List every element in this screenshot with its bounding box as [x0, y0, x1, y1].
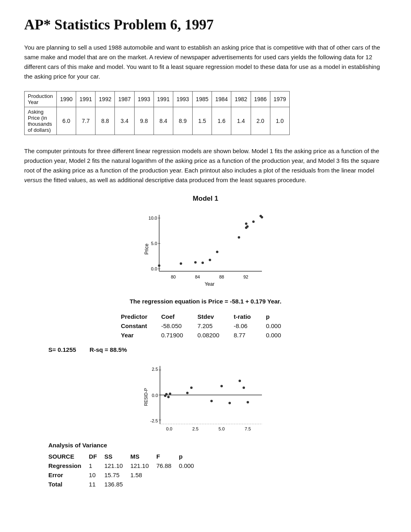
anova-error-f: [156, 470, 179, 480]
svg-text:Price: Price: [144, 243, 149, 255]
anova-source-header: SOURCE: [48, 452, 89, 461]
constant-coef: -58.050: [161, 321, 197, 330]
model1-title: Model 1: [24, 195, 387, 203]
residual-chart: RESID-P 2.5 0.0 -2.5 0.0 2.5 5.0 7.5: [24, 359, 387, 435]
year-p: 0.000: [266, 330, 290, 340]
anova-error-source: Error: [48, 470, 89, 480]
svg-point-20: [245, 222, 247, 225]
constant-stdev: 7.205: [197, 321, 234, 330]
anova-regression-ms: 121.10: [130, 461, 156, 470]
year-tratio: 8.77: [234, 330, 266, 340]
svg-point-43: [190, 387, 193, 389]
predictor-constant-label: Constant: [121, 321, 161, 330]
svg-text:10.0: 10.0: [149, 216, 157, 220]
anova-error-p: [179, 470, 201, 480]
svg-point-40: [167, 396, 170, 398]
regression-equation: The regression equation is Price = -58.1…: [24, 298, 387, 305]
s-label: S= 0.1255: [48, 346, 76, 353]
svg-point-21: [252, 220, 255, 223]
anova-total-source: Total: [48, 480, 89, 489]
anova-regression-df: 1: [89, 461, 104, 470]
svg-point-46: [228, 402, 231, 404]
predictor-header-row: Predictor Coef Stdev t-ratio p: [121, 312, 290, 321]
model1-chart: Price 10.0 5.0 0.0 80 84 88 92 Year: [24, 207, 387, 291]
intro-paragraph: You are planning to sell a used 1988 aut…: [24, 43, 387, 81]
svg-point-14: [201, 262, 204, 264]
anova-regression-ss: 121.10: [104, 461, 130, 470]
svg-point-42: [186, 392, 189, 394]
svg-point-44: [210, 400, 213, 402]
predictor-table: Predictor Coef Stdev t-ratio p Constant …: [121, 312, 290, 340]
svg-text:-2.5: -2.5: [150, 418, 158, 423]
svg-point-41: [169, 393, 171, 395]
anova-total-f: [156, 480, 179, 489]
svg-point-23: [261, 216, 263, 218]
predictor-year-row: Year 0.71900 0.08200 8.77 0.000: [121, 330, 290, 340]
anova-total-ss: 136.85: [104, 480, 130, 489]
anova-error-df: 10: [89, 470, 104, 480]
svg-point-47: [239, 380, 241, 382]
constant-tratio: -8.06: [234, 321, 266, 330]
svg-point-11: [158, 264, 160, 267]
col-coef-header: Coef: [161, 312, 197, 321]
svg-text:5.0: 5.0: [218, 426, 224, 431]
anova-df-header: DF: [89, 452, 104, 461]
residual-svg: RESID-P 2.5 0.0 -2.5 0.0 2.5 5.0 7.5: [141, 359, 270, 435]
svg-point-16: [216, 251, 218, 253]
table-row-years: ProductionYear 1990 1991 1992 1987 1993 …: [25, 91, 290, 107]
anova-table: SOURCE DF SS MS F p Regression 1 121.10 …: [48, 452, 201, 489]
col-tratio-header: t-ratio: [234, 312, 266, 321]
svg-text:0.0: 0.0: [151, 266, 157, 271]
svg-text:0.0: 0.0: [152, 393, 158, 398]
svg-point-12: [180, 262, 182, 265]
svg-point-39: [165, 393, 168, 395]
svg-text:RESID-P: RESID-P: [143, 388, 148, 406]
anova-header-row: SOURCE DF SS MS F p: [48, 452, 201, 461]
svg-text:84: 84: [195, 274, 200, 279]
middle-paragraph: The computer printouts for three differe…: [24, 146, 387, 185]
anova-regression-p: 0.000: [179, 461, 201, 470]
model1-section: Model 1 Price 10.0 5.0 0.0 80 84 88 92 Y…: [24, 195, 387, 489]
constant-p: 0.000: [266, 321, 290, 330]
svg-point-15: [209, 259, 211, 261]
svg-point-19: [246, 225, 249, 228]
svg-text:7.5: 7.5: [245, 426, 251, 431]
anova-title: Analysis of Variance: [48, 442, 387, 449]
svg-text:80: 80: [171, 274, 176, 279]
svg-text:0.0: 0.0: [166, 426, 172, 431]
anova-error-row: Error 10 15.75 1.58: [48, 470, 201, 480]
anova-total-p: [179, 480, 201, 489]
predictor-constant-row: Constant -58.050 7.205 -8.06 0.000: [121, 321, 290, 330]
production-year-header: ProductionYear: [25, 91, 57, 107]
anova-total-df: 11: [89, 480, 104, 489]
svg-text:2.5: 2.5: [152, 367, 158, 372]
svg-text:2.5: 2.5: [192, 426, 198, 431]
model1-svg: Price 10.0 5.0 0.0 80 84 88 92 Year: [141, 207, 270, 291]
anova-regression-row: Regression 1 121.10 121.10 76.88 0.000: [48, 461, 201, 470]
anova-total-ms: [130, 480, 156, 489]
page-title: AP* Statistics Problem 6, 1997: [24, 16, 387, 33]
anova-total-row: Total 11 136.85: [48, 480, 201, 489]
svg-point-45: [220, 385, 223, 387]
year-stdev: 0.08200: [197, 330, 234, 340]
svg-text:92: 92: [243, 274, 248, 279]
anova-error-ms: 1.58: [130, 470, 156, 480]
year-coef: 0.71900: [161, 330, 197, 340]
col-stdev-header: Stdev: [197, 312, 234, 321]
svg-point-48: [243, 387, 245, 389]
svg-point-17: [238, 236, 240, 239]
anova-regression-f: 76.88: [156, 461, 179, 470]
predictor-year-label: Year: [121, 330, 161, 340]
svg-text:88: 88: [219, 274, 224, 279]
table-row-prices: AskingPrice (inthousandsof dollars) 6.0 …: [25, 107, 290, 135]
col-predictor-header: Predictor: [121, 312, 161, 321]
asking-price-header: AskingPrice (inthousandsof dollars): [25, 107, 57, 135]
col-p-header: p: [266, 312, 290, 321]
svg-text:5.0: 5.0: [151, 241, 157, 246]
anova-error-ss: 15.75: [104, 470, 130, 480]
data-table: ProductionYear 1990 1991 1992 1987 1993 …: [24, 91, 290, 135]
svg-point-49: [247, 401, 249, 403]
rsq-label: R-sq = 88.5%: [89, 346, 127, 353]
anova-ss-header: SS: [104, 452, 130, 461]
anova-ms-header: MS: [130, 452, 156, 461]
